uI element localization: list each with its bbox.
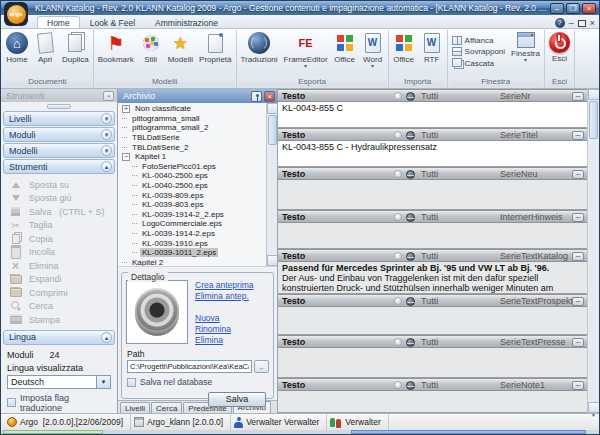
chevron-down-icon[interactable] <box>101 145 112 156</box>
tree-item-kapitel-2[interactable]: Kapitel 2 <box>118 258 266 267</box>
office-button[interactable]: Office <box>331 30 359 75</box>
link-rinomina[interactable]: Rinomina <box>195 324 254 335</box>
link-crea-anteprima[interactable]: Crea anteprima <box>195 280 254 291</box>
collapse-button[interactable] <box>572 170 584 179</box>
close-icon[interactable] <box>264 91 275 102</box>
word-button[interactable]: Word <box>359 30 387 75</box>
sidebar-section-livelli[interactable]: Livelli <box>3 111 115 126</box>
splitter-grip[interactable] <box>47 104 71 109</box>
duplica-button[interactable]: Duplica <box>59 30 92 75</box>
scroll-up-icon[interactable] <box>588 89 600 100</box>
scroll-down-icon[interactable] <box>588 402 600 413</box>
sidebar-section-modelli[interactable]: Modelli <box>3 143 115 158</box>
toggle-sphere-icon[interactable] <box>394 338 402 346</box>
field-value[interactable] <box>278 391 587 413</box>
fields-scrollbar[interactable] <box>587 89 599 413</box>
language-select[interactable]: Deutsch <box>7 375 111 389</box>
globe-icon[interactable] <box>406 252 415 261</box>
tool-salva-ctrl-s[interactable]: Salva (CTRL + S) <box>1 205 117 219</box>
tree-collapse-icon[interactable]: − <box>122 153 130 161</box>
globe-icon[interactable] <box>406 213 415 222</box>
tool-taglia[interactable]: Taglia <box>1 219 117 233</box>
info-icon[interactable]: ? <box>555 18 565 28</box>
toggle-sphere-icon[interactable] <box>394 297 402 305</box>
field-value[interactable] <box>278 348 587 378</box>
sidebar-section-moduli[interactable]: Moduli <box>3 127 115 142</box>
apri-button[interactable]: Apri <box>31 30 59 75</box>
scroll-thumb[interactable] <box>268 115 277 145</box>
tool-cerca[interactable]: Cerca <box>1 300 117 314</box>
tool-sposta-gi[interactable]: Sposta giù <box>1 192 117 206</box>
toggle-sphere-icon[interactable] <box>394 131 402 139</box>
tree-item-logocommerciale-eps[interactable]: LogoCommerciale.eps <box>118 219 266 229</box>
affianca-button[interactable]: Affianca <box>452 36 505 45</box>
office-button[interactable]: Office <box>390 30 418 75</box>
chevron-down-icon[interactable] <box>101 129 112 140</box>
chevron-up-icon[interactable] <box>101 161 112 172</box>
traduzioni-button[interactable]: Traduzioni <box>238 30 281 75</box>
globe-icon[interactable] <box>406 92 415 101</box>
tool-stampa[interactable]: Stampa <box>1 313 117 327</box>
tree-item-kl-0039-1910-eps[interactable]: KL-0039-1910.eps <box>118 238 266 248</box>
translation-flag-checkbox[interactable] <box>7 398 16 407</box>
globe-icon[interactable] <box>406 297 415 306</box>
mdi-minimize-button[interactable]: – <box>569 18 574 28</box>
collapse-button[interactable] <box>572 92 584 101</box>
tree-item-non-classificate[interactable]: +Non classificate <box>118 104 266 114</box>
esci-button[interactable]: Esci <box>546 30 573 75</box>
tree-item-kl-0040-2500-eps[interactable]: KL-0040-2500.eps <box>118 171 266 181</box>
tool-elimina[interactable]: Elimina <box>1 259 117 273</box>
collapse-button[interactable] <box>572 381 584 390</box>
tree-item-pittogramma-small-2[interactable]: pittogramma_small_2 <box>118 123 266 133</box>
chevron-up-icon[interactable] <box>101 332 112 343</box>
toggle-sphere-icon[interactable] <box>394 92 402 100</box>
tool-copia[interactable]: Copia <box>1 232 117 246</box>
collapse-button[interactable] <box>572 252 584 261</box>
finestra-button[interactable]: Finestra <box>508 30 543 75</box>
tree-item-kl-0039-1914-2-eps[interactable]: KL-0039-1914-2.eps <box>118 229 266 239</box>
scroll-down-icon[interactable] <box>267 255 278 266</box>
field-value[interactable]: KL-0043-855 C - Hydraulikpressensatz <box>278 141 587 167</box>
sidebar-section-lingua[interactable]: Lingua <box>3 330 115 345</box>
home-button[interactable]: Home <box>3 30 31 75</box>
toggle-sphere-icon[interactable] <box>394 252 402 260</box>
collapse-button[interactable] <box>572 213 584 222</box>
globe-icon[interactable] <box>406 381 415 390</box>
bookmark-button[interactable]: Bookmark <box>95 30 137 75</box>
tool-incolla[interactable]: Incolla <box>1 246 117 260</box>
tree-item-pittogramma-small[interactable]: pittogramma_small <box>118 114 266 124</box>
tree-item-kl-0039-1011-2-eps[interactable]: KL-0039-1011_2.eps <box>118 248 266 258</box>
sidebar-options-button[interactable]: ▪ <box>103 91 114 101</box>
field-value[interactable] <box>278 180 587 210</box>
rtf-button[interactable]: RTF <box>418 30 446 75</box>
browse-button[interactable]: .. <box>254 360 269 373</box>
field-value[interactable]: Passend für Mercedes Sprinter ab Bj. '95… <box>278 262 587 294</box>
tree-item-tbldatiserie-2[interactable]: TBLDatiSerie_2 <box>118 142 266 152</box>
pin-icon[interactable] <box>251 91 262 102</box>
tool-comprimi[interactable]: Comprimi <box>1 286 117 300</box>
collapse-button[interactable] <box>572 338 584 347</box>
field-value[interactable] <box>278 223 587 249</box>
tab-look-feel[interactable]: Look & Feel <box>80 16 145 28</box>
link-elimina[interactable]: Elimina <box>195 335 254 346</box>
frameeditor-button[interactable]: FrameEditor <box>281 30 331 75</box>
sidebar-splitter[interactable] <box>1 102 117 110</box>
scroll-thumb[interactable] <box>589 101 598 139</box>
field-value[interactable] <box>278 307 587 335</box>
tree-item-fotoseriepicc01-eps[interactable]: FotoSeriePicc01.eps <box>118 162 266 172</box>
chevron-down-icon[interactable] <box>96 376 110 388</box>
save-database-checkbox[interactable] <box>127 378 136 387</box>
tree-item-kl-0039-1914-2-2-eps[interactable]: KL-0039-1914-2_2.eps <box>118 210 266 220</box>
tool-sposta-su[interactable]: Sposta su <box>1 178 117 192</box>
link-nuova[interactable]: Nuova <box>195 313 254 324</box>
tool-espandi[interactable]: Espandi <box>1 273 117 287</box>
tree-item-kl-0040-2500-eps[interactable]: KL-0040-2500.eps <box>118 181 266 191</box>
toggle-sphere-icon[interactable] <box>394 170 402 178</box>
tab-amministrazione[interactable]: Amministrazione <box>145 16 228 28</box>
tree-scrollbar[interactable] <box>266 103 277 266</box>
mdi-restore-button[interactable] <box>578 20 586 27</box>
tab-home[interactable]: Home <box>37 16 80 28</box>
link-elimina-antep[interactable]: Elimina antep. <box>195 291 254 302</box>
propriet-button[interactable]: Proprietà <box>196 30 234 75</box>
globe-icon[interactable] <box>406 170 415 179</box>
